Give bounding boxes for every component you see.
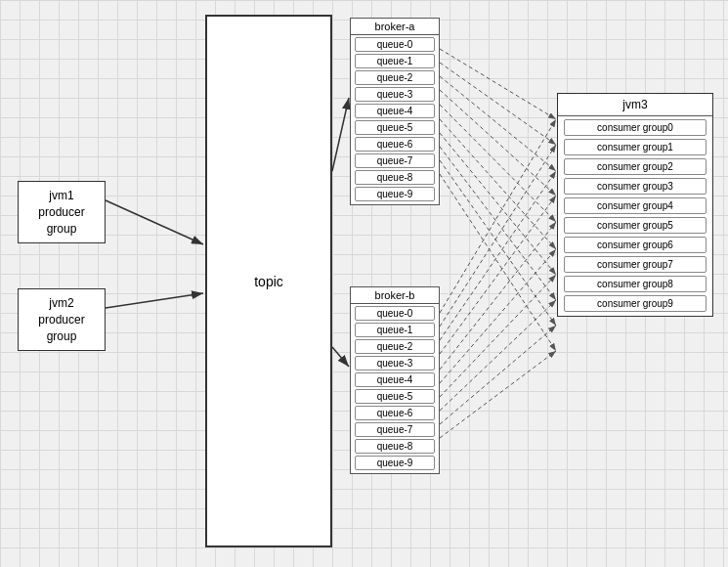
- qa8-to-cg8: [440, 160, 556, 326]
- queue-item: queue-4: [355, 104, 435, 118]
- broker-a-box: broker-a queue-0 queue-1 queue-2 queue-3…: [350, 18, 440, 205]
- qa0-to-cg0: [440, 49, 556, 119]
- qb6-to-cg6: [440, 275, 556, 397]
- queue-item: queue-6: [355, 137, 435, 152]
- jvm2-producer-box: jvm2 producer group: [18, 288, 106, 351]
- qb4-to-cg4: [440, 222, 556, 370]
- qa9-to-cg9: [440, 174, 556, 351]
- queue-item: queue-8: [355, 439, 435, 454]
- consumer-item: consumer group1: [564, 139, 707, 155]
- qb7-to-cg7: [440, 300, 556, 411]
- topic-box: topic: [205, 15, 332, 547]
- consumer-item: consumer group4: [564, 197, 707, 214]
- queue-item: queue-1: [355, 323, 435, 337]
- topic-label: topic: [254, 274, 283, 289]
- queue-item: queue-0: [355, 306, 435, 321]
- queue-item: queue-8: [355, 170, 435, 185]
- queue-item: queue-6: [355, 406, 435, 420]
- jvm3-box: jvm3 consumer group0 consumer group1 con…: [557, 93, 713, 317]
- consumer-item: consumer group7: [564, 256, 707, 273]
- consumer-item: consumer group8: [564, 276, 707, 292]
- queue-item: queue-0: [355, 37, 435, 52]
- queue-item: queue-5: [355, 389, 435, 404]
- qa5-to-cg5: [440, 119, 556, 249]
- jvm2-subtitle: producer group: [26, 312, 97, 345]
- queue-item: queue-3: [355, 87, 435, 102]
- consumer-item: consumer group6: [564, 237, 707, 253]
- consumer-item: consumer group2: [564, 158, 707, 175]
- qa3-to-cg3: [440, 90, 556, 196]
- queue-item: queue-2: [355, 339, 435, 354]
- jvm1-subtitle: producer group: [26, 204, 97, 238]
- qb0-to-cg0: [440, 119, 556, 313]
- qb5-to-cg5: [440, 249, 556, 383]
- jvm1-producer-box: jvm1 producer group: [18, 181, 106, 243]
- qb2-to-cg2: [440, 171, 556, 340]
- queue-item: queue-1: [355, 54, 435, 68]
- broker-b-title: broker-b: [351, 287, 439, 304]
- queue-item: queue-2: [355, 70, 435, 85]
- jvm1-title: jvm1: [26, 188, 97, 204]
- jvm2-title: jvm2: [26, 295, 97, 312]
- qb8-to-cg8: [440, 326, 556, 424]
- topic-to-broker-a-arrow: [332, 98, 349, 171]
- qb1-to-cg1: [440, 145, 556, 327]
- queue-item: queue-7: [355, 153, 435, 168]
- jvm2-to-topic-arrow: [106, 293, 203, 308]
- consumer-item: consumer group9: [564, 295, 707, 312]
- queue-item: queue-9: [355, 187, 435, 201]
- queue-item: queue-9: [355, 456, 435, 470]
- queue-item: queue-4: [355, 372, 435, 387]
- qa4-to-cg4: [440, 105, 556, 222]
- qb3-to-cg3: [440, 196, 556, 354]
- queue-item: queue-7: [355, 422, 435, 437]
- qa6-to-cg6: [440, 133, 556, 275]
- qa1-to-cg1: [440, 63, 556, 145]
- topic-to-broker-b-arrow: [332, 347, 349, 367]
- qa7-to-cg7: [440, 147, 556, 300]
- qa2-to-cg2: [440, 76, 556, 171]
- broker-b-box: broker-b queue-0 queue-1 queue-2 queue-3…: [350, 286, 440, 474]
- consumer-item: consumer group3: [564, 178, 707, 195]
- jvm3-title: jvm3: [558, 94, 712, 116]
- jvm1-to-topic-arrow: [106, 200, 203, 244]
- consumer-item: consumer group5: [564, 217, 707, 234]
- queue-item: queue-5: [355, 120, 435, 135]
- consumer-item: consumer group0: [564, 119, 707, 136]
- queue-item: queue-3: [355, 356, 435, 371]
- qb9-to-cg9: [440, 351, 556, 438]
- broker-a-title: broker-a: [351, 19, 439, 35]
